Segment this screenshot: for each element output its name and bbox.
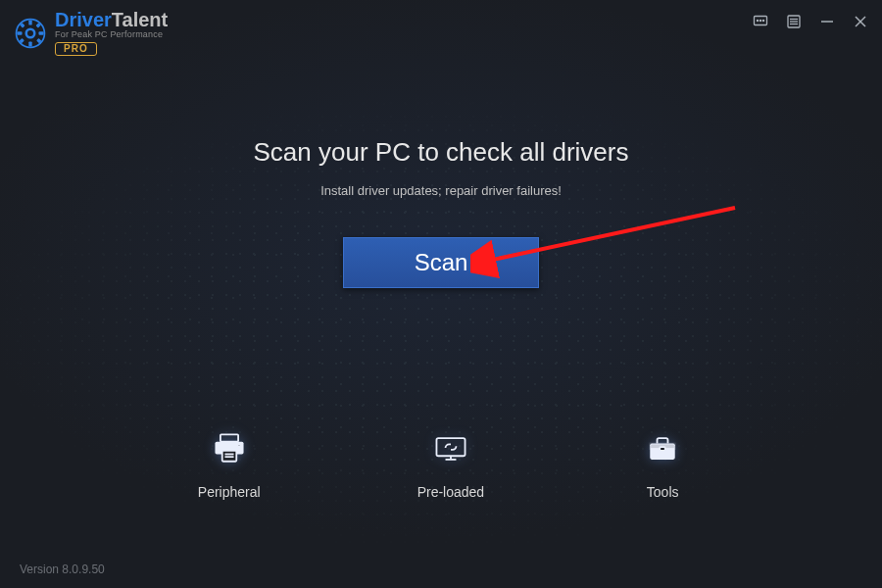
app-title-part2: Talent bbox=[112, 9, 168, 30]
svg-rect-34 bbox=[660, 447, 664, 451]
edition-badge: PRO bbox=[55, 42, 97, 56]
version-label: Version 8.0.9.50 bbox=[20, 563, 105, 576]
window-controls bbox=[753, 10, 868, 29]
scan-button[interactable]: Scan bbox=[343, 237, 539, 288]
svg-rect-4 bbox=[17, 31, 22, 34]
subhead-text: Install driver updates; repair driver fa… bbox=[320, 183, 562, 198]
app-logo: DriverTalent For Peak PC Performance PRO bbox=[14, 10, 168, 56]
svg-rect-2 bbox=[28, 20, 31, 24]
svg-rect-23 bbox=[220, 434, 238, 441]
svg-point-12 bbox=[760, 20, 760, 21]
bottom-tools-row: Peripheral Pre-loaded bbox=[0, 427, 882, 500]
menu-icon[interactable] bbox=[786, 14, 802, 29]
logo-text-block: DriverTalent For Peak PC Performance PRO bbox=[55, 10, 168, 56]
monitor-link-icon bbox=[429, 427, 472, 470]
title-bar: DriverTalent For Peak PC Performance PRO bbox=[0, 0, 882, 59]
tool-preloaded-label: Pre-loaded bbox=[417, 484, 485, 500]
minimize-icon[interactable] bbox=[819, 14, 835, 29]
close-icon[interactable] bbox=[853, 14, 868, 29]
tool-tools-label: Tools bbox=[647, 484, 679, 500]
svg-rect-25 bbox=[221, 451, 236, 462]
svg-point-13 bbox=[762, 20, 763, 21]
feedback-icon[interactable] bbox=[753, 14, 768, 29]
app-title-part1: Driver bbox=[55, 9, 112, 30]
app-tagline: For Peak PC Performance bbox=[55, 30, 168, 39]
svg-rect-29 bbox=[436, 438, 465, 456]
tool-peripheral-label: Peripheral bbox=[198, 484, 261, 500]
toolbox-icon bbox=[641, 427, 684, 470]
svg-rect-5 bbox=[39, 31, 44, 34]
tool-preloaded[interactable]: Pre-loaded bbox=[417, 427, 485, 500]
svg-point-1 bbox=[26, 28, 35, 37]
app-window: DriverTalent For Peak PC Performance PRO bbox=[0, 0, 882, 588]
headline-text: Scan your PC to check all drivers bbox=[254, 137, 629, 168]
svg-point-26 bbox=[237, 444, 240, 447]
svg-point-11 bbox=[757, 20, 758, 21]
main-content: Scan your PC to check all drivers Instal… bbox=[0, 137, 882, 288]
gear-logo-icon bbox=[14, 17, 47, 50]
tool-tools[interactable]: Tools bbox=[641, 427, 684, 500]
app-title: DriverTalent bbox=[55, 10, 168, 29]
printer-icon bbox=[208, 427, 251, 470]
tool-peripheral[interactable]: Peripheral bbox=[198, 427, 261, 500]
svg-rect-3 bbox=[28, 41, 31, 46]
